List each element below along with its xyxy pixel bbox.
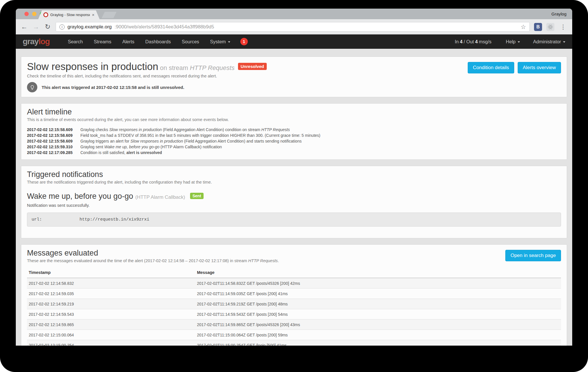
tab-close-icon[interactable]: ×: [92, 13, 94, 17]
nav-item-search[interactable]: Search: [62, 39, 88, 44]
new-tab-button[interactable]: [102, 12, 117, 18]
table-row[interactable]: 2017-02-02 12:14:59.2192017-02-02T11:14:…: [27, 299, 561, 309]
timeline-timestamp: 2017-02-02 12:15:58.609: [27, 133, 80, 138]
browser-tabstrip: Graylog - Slow responses in pr × Graylog: [16, 9, 572, 19]
nav-item-system[interactable]: System: [205, 39, 236, 44]
page-info-icon[interactable]: i: [59, 24, 65, 30]
timeline-timestamp: 2017-02-02 12:15:58.609: [27, 127, 80, 132]
forward-icon[interactable]: →: [32, 24, 40, 30]
graylog-favicon-icon: [43, 12, 48, 17]
graylog-logo[interactable]: graylog: [23, 38, 50, 46]
trigger-info-text: This alert was triggered at 2017-02-02 1…: [42, 85, 184, 90]
browser-profile-name[interactable]: Graylog: [551, 11, 572, 16]
stream-name: HTTP Requests: [190, 64, 235, 71]
sent-badge: Sent: [190, 193, 203, 199]
header-actions: Condition details Alerts overview: [468, 62, 561, 73]
url-path: :9000/web/alerts/589314ee3d454a3ff988b9d…: [115, 24, 214, 30]
table-row[interactable]: 2017-02-02 12:15:00.2542017-02-02T11:15:…: [27, 340, 561, 346]
condition-details-button[interactable]: Condition details: [468, 62, 514, 73]
nav-item-sources[interactable]: Sources: [176, 39, 205, 44]
screenshot-frame: Graylog - Slow responses in pr × Graylog…: [0, 0, 588, 372]
notifications-title: Triggered notifications: [27, 170, 561, 179]
page-content: Slow responses in production on stream H…: [16, 49, 572, 346]
nav-item-help[interactable]: Help: [506, 39, 520, 44]
status-badge: Unresolved: [238, 63, 267, 70]
alert-timeline-card: Alert timeline This is a timeline of eve…: [21, 103, 567, 160]
messages-title: Messages evaluated: [27, 249, 561, 258]
page-subtitle: Check the timeline of this alert, includ…: [27, 74, 561, 78]
atom-icon: [548, 24, 553, 30]
minimize-window-button[interactable]: [32, 12, 36, 16]
alert-trigger-info: This alert was triggered at 2017-02-02 1…: [27, 82, 561, 92]
alert-header-card: Slow responses in production on stream H…: [21, 57, 567, 97]
column-header-message[interactable]: Message: [195, 268, 561, 278]
reload-icon[interactable]: ↻: [44, 24, 51, 30]
timeline-event: Field took_ms had a STDDEV of 358.951 in…: [80, 133, 561, 138]
config-key: url:: [32, 217, 80, 222]
nav-item-streams[interactable]: Streams: [88, 39, 117, 44]
extension-b-icon[interactable]: B: [534, 23, 542, 31]
back-icon[interactable]: ←: [20, 24, 28, 30]
react-devtools-extension-icon[interactable]: [546, 23, 554, 31]
table-row[interactable]: 2017-02-02 12:15:00.0642017-02-02T11:15:…: [27, 330, 561, 340]
notification-name: Wake me up, before you go-go (HTTP Alarm…: [27, 192, 561, 201]
chevron-down-icon: [563, 41, 565, 43]
address-bar[interactable]: i graylog.example.org :9000/web/alerts/5…: [56, 22, 530, 32]
table-row[interactable]: 2017-02-02 12:14:59.0352017-02-02T11:14:…: [27, 289, 561, 299]
messages-description: These are the messages evaluated around …: [27, 258, 561, 263]
chevron-down-icon: [228, 41, 230, 43]
notifications-description: These are the notifications triggered du…: [27, 180, 561, 184]
navbar-right: In4/ Out4msg/s Help Administrator: [455, 39, 565, 44]
table-row[interactable]: 2017-02-02 12:14:59.8652017-02-02T11:14:…: [27, 320, 561, 330]
messages-actions: Open in search page: [505, 250, 561, 261]
timeline-timestamp: 2017-02-02 12:15:59.310: [27, 145, 80, 149]
timeline-event: Graylog sent Wake me up, before you go-g…: [80, 145, 561, 149]
notification-type: (HTTP Alarm Callback): [135, 194, 185, 200]
triggered-notifications-card: Triggered notifications These are the no…: [21, 166, 567, 238]
table-row[interactable]: 2017-02-02 12:14:58.8322017-02-02T11:14:…: [27, 278, 561, 289]
nav-item-alerts[interactable]: Alerts: [117, 39, 140, 44]
timeline-timestamp: 2017-02-02 12:17:09.285: [27, 150, 80, 155]
tab-title: Graylog - Slow responses in pr: [50, 13, 90, 17]
graylog-navbar: graylog Search Streams Alerts Dashboards…: [16, 34, 572, 49]
chevron-down-icon: [518, 41, 520, 43]
notification-config: url:http://requestb.in/xix9zrxi: [27, 213, 561, 227]
browser-tab[interactable]: Graylog - Slow responses in pr ×: [38, 10, 100, 19]
throughput-indicator: In4/ Out4msg/s: [455, 39, 493, 44]
table-row[interactable]: 2017-02-02 12:14:59.5432017-02-02T11:14:…: [27, 309, 561, 320]
timeline-event: Graylog triggers an alert for Slow respo…: [80, 139, 561, 143]
url-host: graylog.example.org: [67, 24, 112, 30]
timeline-list: 2017-02-02 12:15:58.609 Graylog checks S…: [27, 127, 561, 155]
nav-item-dashboards[interactable]: Dashboards: [140, 39, 176, 44]
timeline-event: Graylog checks Slow responses in product…: [80, 127, 561, 132]
alerts-overview-button[interactable]: Alerts overview: [518, 62, 561, 73]
lightbulb-icon: [27, 82, 37, 92]
column-header-timestamp[interactable]: Timestamp: [27, 268, 195, 278]
messages-evaluated-card: Messages evaluated These are the message…: [21, 244, 567, 346]
timeline-timestamp: 2017-02-02 12:15:58.609: [27, 139, 80, 143]
notification-badge[interactable]: 1: [240, 38, 248, 45]
timeline-event: Condition is still satisfied, alert is u…: [80, 150, 561, 155]
nav-item-user-menu[interactable]: Administrator: [533, 39, 565, 44]
bookmark-star-icon[interactable]: ☆: [521, 24, 526, 30]
browser-toolbar: ← → ↻ i graylog.example.org :9000/web/al…: [16, 19, 572, 34]
messages-table: Timestamp Message 2017-02-02 12:14:58.83…: [27, 268, 561, 346]
timeline-title: Alert timeline: [27, 108, 561, 116]
browser-window: Graylog - Slow responses in pr × Graylog…: [16, 9, 572, 346]
config-value: http://requestb.in/xix9zrxi: [80, 217, 149, 222]
timeline-description: This is a timeline of events occurred du…: [27, 117, 561, 122]
notification-status: Notification was sent successfully.: [27, 203, 561, 208]
open-in-search-button[interactable]: Open in search page: [505, 250, 561, 261]
close-window-button[interactable]: [24, 12, 29, 16]
browser-menu-icon[interactable]: ⋮: [559, 24, 568, 30]
